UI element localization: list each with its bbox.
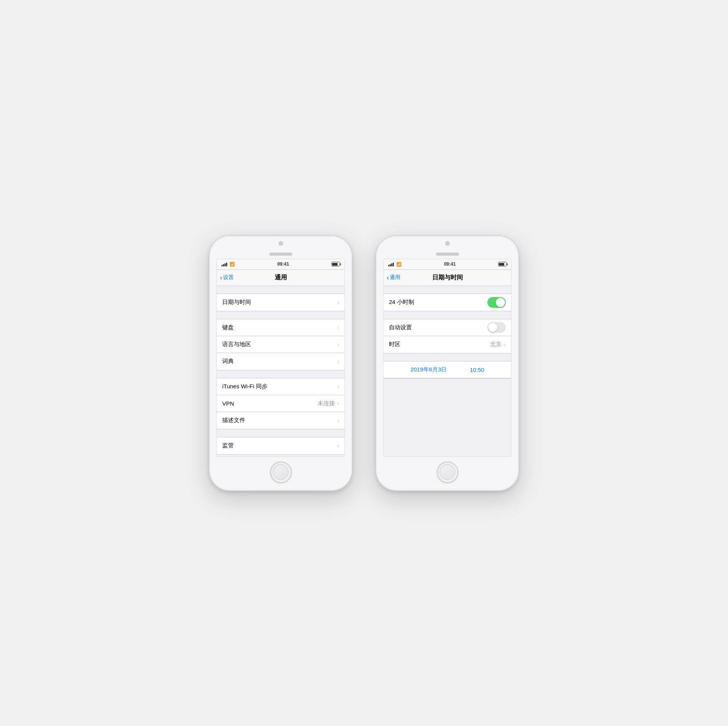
section-2-list: 键盘 › 语言与地区 › 词典 › <box>217 319 344 370</box>
bar1b <box>388 265 389 266</box>
row-timezone-value: 北京 <box>490 341 502 348</box>
bar4b <box>393 263 394 266</box>
back-button-1[interactable]: ‹ 设置 <box>220 274 234 281</box>
row-itunes[interactable]: iTunes Wi-Fi 同步 › <box>217 378 344 395</box>
section-4-group: 监管 › <box>217 437 344 455</box>
dt-section-3: 2019年6月3日 10:50 <box>384 361 511 379</box>
nav-bar-2: ‹ 通用 日期与时间 <box>384 270 511 286</box>
content-2: 24 小时制 自动设置 <box>384 286 511 457</box>
chevron-icon-6: › <box>337 400 339 406</box>
home-button-inner-2 <box>440 465 455 480</box>
nav-bar-1: ‹ 设置 通用 <box>217 270 344 286</box>
back-arrow-icon: ‹ <box>220 274 222 281</box>
dt-list-2: 自动设置 时区 北京 › <box>384 319 511 353</box>
home-button-1[interactable] <box>270 462 292 483</box>
bar3 <box>225 263 226 266</box>
row-timezone[interactable]: 时区 北京 › <box>384 336 511 353</box>
status-left-2: 📶 <box>388 262 402 267</box>
home-button-2[interactable] <box>437 462 458 483</box>
chevron-icon-2: › <box>337 324 339 330</box>
row-24h[interactable]: 24 小时制 <box>384 294 511 311</box>
dt-section-2: 自动设置 时区 北京 › <box>384 319 511 353</box>
bar2 <box>223 264 224 266</box>
signal-icon-2 <box>388 262 394 266</box>
content-1: 日期与时间 › 键盘 › 语言与地区 › <box>217 286 344 457</box>
wifi-icon-2: 📶 <box>396 262 402 267</box>
row-date-time[interactable]: 日期与时间 › <box>217 294 344 311</box>
wifi-icon: 📶 <box>230 262 235 267</box>
row-dictionary-label: 词典 <box>222 358 337 365</box>
row-profile[interactable]: 描述文件 › <box>217 412 344 429</box>
chevron-icon-5: › <box>337 383 339 389</box>
section-3-list: iTunes Wi-Fi 同步 › VPN 未连接 › 描述文件 › <box>217 378 344 429</box>
row-keyboard-label: 键盘 <box>222 324 337 331</box>
toggle-auto-knob <box>488 323 497 332</box>
row-vpn-label: VPN <box>222 400 318 407</box>
datetime-picker-row[interactable]: 2019年6月3日 10:50 <box>384 361 511 378</box>
bar4 <box>226 263 227 266</box>
row-timezone-label: 时区 <box>389 341 490 348</box>
chevron-icon-7: › <box>337 417 339 424</box>
row-vpn-value: 未连接 <box>318 400 335 407</box>
time-value[interactable]: 10:50 <box>470 366 484 373</box>
status-bar-2: 📶 09:41 <box>384 259 511 270</box>
dt-section-1: 24 小时制 <box>384 294 511 311</box>
nav-title-1: 通用 <box>275 274 287 282</box>
chevron-icon-8: › <box>337 443 339 449</box>
bar3b <box>391 263 392 266</box>
chevron-icon-3: › <box>337 341 339 347</box>
row-dictionary[interactable]: 词典 › <box>217 353 344 370</box>
row-24h-label: 24 小时制 <box>389 299 487 306</box>
status-right-2 <box>498 262 507 266</box>
chevron-icon: › <box>337 299 339 306</box>
toggle-24h[interactable] <box>487 297 506 308</box>
speaker-2 <box>436 253 459 256</box>
section-2-group: 键盘 › 语言与地区 › 词典 › <box>217 319 344 370</box>
iphone-2-bottom <box>437 457 458 491</box>
section-4-list: 监管 › <box>217 437 344 455</box>
row-language-label: 语言与地区 <box>222 341 337 348</box>
speaker <box>269 253 292 256</box>
toggle-auto[interactable] <box>487 322 506 333</box>
chevron-icon-tz: › <box>504 342 506 348</box>
iphone-1-screen: 📶 09:41 ‹ 设置 通用 <box>216 259 345 457</box>
back-arrow-icon-2: ‹ <box>387 274 389 281</box>
status-bar-1: 📶 09:41 <box>217 259 344 270</box>
signal-icon <box>221 262 227 266</box>
row-keyboard[interactable]: 键盘 › <box>217 319 344 336</box>
battery-icon-2 <box>498 262 507 266</box>
status-right-1 <box>331 262 340 266</box>
row-date-time-label: 日期与时间 <box>222 299 337 306</box>
status-time-2: 09:41 <box>444 261 456 267</box>
row-auto-set[interactable]: 自动设置 <box>384 319 511 336</box>
row-supervision-label: 监管 <box>222 442 337 449</box>
chevron-icon-4: › <box>337 358 339 365</box>
back-label-1: 设置 <box>223 274 234 281</box>
row-auto-set-label: 自动设置 <box>389 324 487 331</box>
toggle-24h-knob <box>496 298 505 307</box>
dt-list-1: 24 小时制 <box>384 294 511 311</box>
back-label-2: 通用 <box>390 274 400 281</box>
dt-list-3: 2019年6月3日 10:50 <box>384 361 511 379</box>
battery-fill <box>332 263 338 266</box>
status-left-1: 📶 <box>221 262 235 267</box>
battery-fill-2 <box>499 263 504 266</box>
section-1-group: 日期与时间 › <box>217 294 344 311</box>
camera-dot-2 <box>445 241 450 246</box>
iphone-2: 📶 09:41 ‹ 通用 日期与时间 <box>375 235 519 491</box>
date-value[interactable]: 2019年6月3日 <box>410 366 447 373</box>
iphone-2-screen: 📶 09:41 ‹ 通用 日期与时间 <box>383 259 512 457</box>
camera-dot <box>279 241 283 246</box>
row-vpn[interactable]: VPN 未连接 › <box>217 395 344 412</box>
row-language[interactable]: 语言与地区 › <box>217 336 344 353</box>
back-button-2[interactable]: ‹ 通用 <box>387 274 400 281</box>
section-3-group: iTunes Wi-Fi 同步 › VPN 未连接 › 描述文件 › <box>217 378 344 429</box>
status-time-1: 09:41 <box>277 261 289 267</box>
bar2b <box>390 264 391 266</box>
section-1-list: 日期与时间 › <box>217 294 344 311</box>
iphone-1: 📶 09:41 ‹ 设置 通用 <box>209 235 353 491</box>
home-button-inner-1 <box>273 465 289 480</box>
iphone-1-top <box>209 236 352 256</box>
iphone-2-top <box>376 236 519 256</box>
row-supervision[interactable]: 监管 › <box>217 437 344 454</box>
